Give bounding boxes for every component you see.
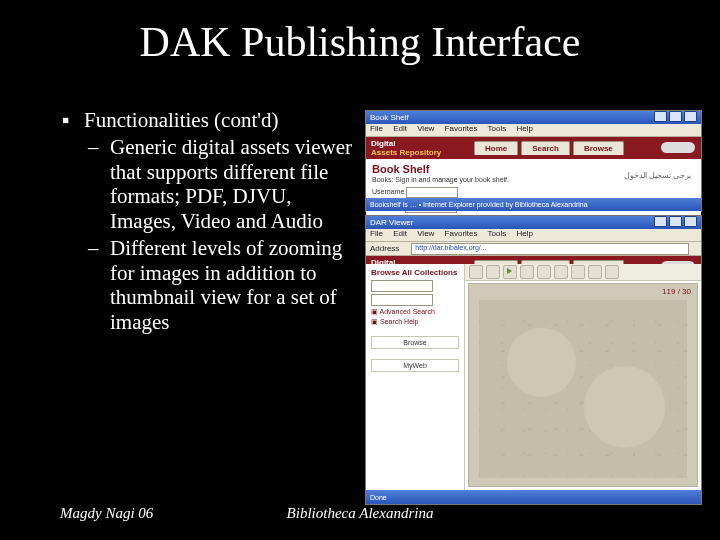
footer-center: Bibliotheca Alexandrina — [0, 505, 720, 522]
locale-flag[interactable] — [661, 142, 695, 153]
menu-item[interactable]: Help — [517, 229, 533, 238]
bullet-l2b: – Different levels of zooming for images… — [88, 236, 357, 335]
menu-item[interactable]: Tools — [488, 229, 507, 238]
window-buttons — [652, 111, 697, 124]
menu-bar: File Edit View Favorites Tools Help — [366, 124, 701, 137]
window-titlebar: DAR Viewer — [366, 216, 701, 229]
bullet-l1: ▪ Functionalities (cont'd) — [62, 108, 357, 133]
window-titlebar: Book Shelf — [366, 111, 701, 124]
menu-item[interactable]: View — [417, 229, 434, 238]
page-indicator: 119 / 30 — [662, 287, 691, 296]
tool-prev-icon[interactable] — [486, 265, 500, 279]
menu-item[interactable]: View — [417, 124, 434, 133]
viewer-toolbar — [465, 264, 701, 281]
map-image — [479, 300, 687, 478]
tab-home[interactable]: Home — [474, 141, 518, 155]
bullet-l1-text: Functionalities (cont'd) — [84, 108, 279, 133]
window-title: DAR Viewer — [370, 218, 413, 227]
menu-item[interactable]: Help — [517, 124, 533, 133]
search-select[interactable] — [371, 280, 433, 292]
tool-play-icon[interactable] — [503, 265, 517, 279]
menu-item[interactable]: Tools — [488, 124, 507, 133]
dash-marker: – — [88, 135, 110, 234]
side-box-browse[interactable]: Browse — [371, 336, 459, 349]
address-bar: Address http://dar.bibalex.org/... — [366, 242, 701, 256]
tool-last-icon[interactable] — [537, 265, 551, 279]
window-title: Book Shelf — [370, 113, 409, 122]
menu-bar: File Edit View Favorites Tools Help — [366, 229, 701, 242]
bullet-l2a-text: Generic digital assets viewer that suppo… — [110, 135, 357, 234]
tool-fit-icon[interactable] — [588, 265, 602, 279]
tab-search[interactable]: Search — [521, 141, 570, 155]
menu-item[interactable]: Favorites — [445, 124, 478, 133]
nav-tabs: Home Search Browse — [474, 141, 624, 155]
tool-rotate-icon[interactable] — [605, 265, 619, 279]
viewer-content: Browse All Collections ▣ Advanced Search… — [366, 264, 701, 490]
taskbar: Bookshelf is … • Internet Explorer provi… — [366, 198, 701, 211]
tool-zoomout-icon[interactable] — [554, 265, 568, 279]
url-input[interactable]: http://dar.bibalex.org/... — [411, 243, 689, 255]
tool-next-icon[interactable] — [520, 265, 534, 279]
dar-logo: Digital Assets Repository — [371, 139, 441, 157]
menu-item[interactable]: File — [370, 124, 383, 133]
keyword-input[interactable] — [371, 294, 433, 306]
side-header: Browse All Collections — [371, 268, 459, 277]
advanced-search-link[interactable]: ▣ Advanced Search — [371, 308, 459, 316]
window-buttons — [652, 216, 697, 229]
screenshot-viewer: DAR Viewer File Edit View Favorites Tool… — [365, 215, 702, 505]
bullet-l2b-text: Different levels of zooming for images i… — [110, 236, 357, 335]
taskbar: Done — [366, 490, 701, 504]
arabic-note: يرجى تسجيل الدخول — [624, 171, 691, 180]
menu-item[interactable]: Edit — [393, 229, 407, 238]
menu-item[interactable]: File — [370, 229, 383, 238]
viewer-main: 119 / 30 — [465, 264, 701, 490]
address-label: Address — [370, 244, 399, 253]
image-viewer[interactable]: 119 / 30 — [468, 283, 698, 487]
bullet-l2a: – Generic digital assets viewer that sup… — [88, 135, 357, 234]
body-text: ▪ Functionalities (cont'd) – Generic dig… — [62, 108, 357, 335]
username-label: Username — [372, 188, 404, 195]
username-input[interactable] — [406, 187, 458, 198]
slide: DAK Publishing Interface ▪ Functionaliti… — [0, 0, 720, 540]
tool-zoomin-icon[interactable] — [571, 265, 585, 279]
search-help-link[interactable]: ▣ Search Help — [371, 318, 459, 326]
slide-title: DAK Publishing Interface — [0, 18, 720, 66]
bullet-marker: ▪ — [62, 108, 84, 133]
tab-browse[interactable]: Browse — [573, 141, 624, 155]
screenshot-bookshelf: Book Shelf File Edit View Favorites Tool… — [365, 110, 702, 212]
dar-header: Digital Assets Repository Home Search Br… — [366, 137, 701, 159]
side-panel: Browse All Collections ▣ Advanced Search… — [366, 264, 465, 490]
dash-marker: – — [88, 236, 110, 335]
menu-item[interactable]: Edit — [393, 124, 407, 133]
tool-first-icon[interactable] — [469, 265, 483, 279]
side-box-myweb[interactable]: MyWeb — [371, 359, 459, 372]
menu-item[interactable]: Favorites — [445, 229, 478, 238]
